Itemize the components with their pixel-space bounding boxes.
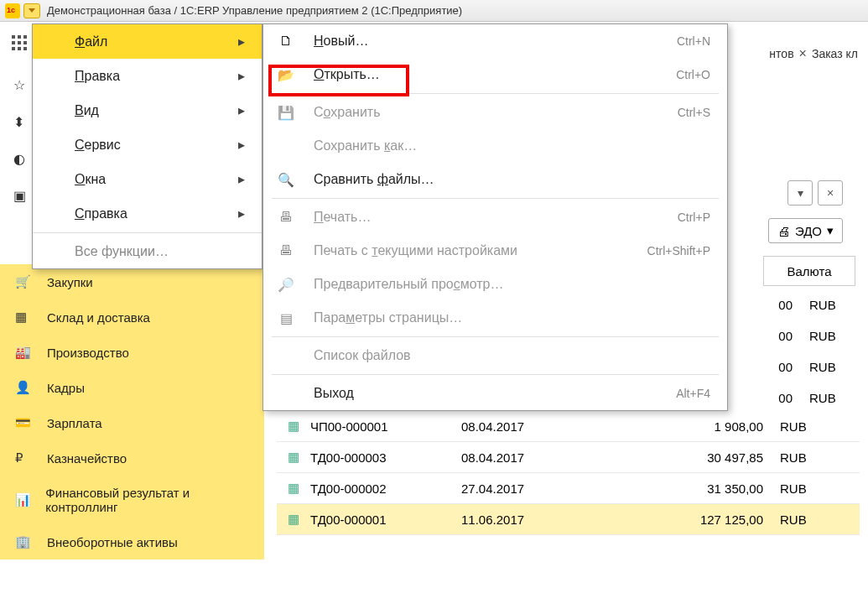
submenu-separator [272, 374, 719, 375]
submenu-arrow-icon: ▸ [238, 171, 245, 187]
submenu-separator [272, 336, 719, 337]
submenu-arrow-icon: ▸ [238, 102, 245, 118]
side-icon-4[interactable]: ▣ [13, 188, 30, 203]
assets-icon: 🏢 [15, 534, 34, 549]
titlebar: Демонстрационная база / 1C:ERP Управлени… [0, 0, 868, 22]
submenu-item-preview-icon: 🔎Предварительный просмотр… [263, 268, 727, 301]
print2-icon: 🖶 [275, 242, 297, 259]
window-title: Демонстрационная база / 1C:ERP Управлени… [47, 4, 462, 17]
submenu-item-save-icon: 💾СохранитьCtrl+S [263, 96, 727, 129]
menu-all-functions[interactable]: Все функции… [33, 235, 262, 268]
apps-grid-icon[interactable] [12, 35, 30, 54]
edo-icon: 🖨 [777, 224, 790, 238]
open-tabs: нтов × Заказ кл [769, 46, 858, 61]
sidebar-item-label: Финансовый результат и контроллинг [45, 486, 249, 514]
shortcut-key: Ctrl+N [677, 34, 710, 48]
side-quick-icons: ☆ ⬍ ◐ ▣ [13, 77, 30, 203]
chart-icon: 📊 [15, 492, 32, 507]
side-icon-1[interactable]: ☆ [13, 77, 30, 92]
table-header-currency[interactable]: Валюта [763, 256, 855, 286]
table-row[interactable]: ▦ТД00-00000227.04.201731 350,00RUB [277, 473, 860, 504]
submenu-item-Список файлов: Список файлов [263, 339, 727, 372]
chevron-down-icon: ▾ [827, 223, 834, 238]
submenu-item-Выход[interactable]: ВыходAlt+F4 [263, 377, 727, 410]
sidebar-item-label: Казначейство [47, 451, 127, 466]
app-logo-icon [5, 3, 20, 18]
open-folder-icon: 📂 [275, 66, 297, 83]
submenu-arrow-icon: ▸ [238, 34, 245, 49]
submenu-item-print2-icon: 🖶Печать с текущими настройкамиCtrl+Shift… [263, 234, 727, 268]
table-row[interactable]: ▦ТД00-00000308.04.201730 497,85RUB [277, 442, 860, 473]
sidebar-item-factory-icon[interactable]: 🏭Производство [0, 335, 264, 370]
menu1-item-Окна[interactable]: Окна▸ [33, 162, 262, 196]
sidebar-item-label: Кадры [47, 381, 85, 395]
save-icon: 💾 [275, 104, 297, 121]
print-icon: 🖶 [275, 209, 297, 226]
sidebar-item-label: Зарплата [47, 416, 102, 430]
menu1-item-Правка[interactable]: Правка▸ [33, 59, 262, 93]
table-row[interactable]: ▦ЧП00-00000108.04.20171 908,00RUB [277, 411, 860, 442]
submenu-item-Сохранить как…: Сохранить как… [263, 129, 727, 163]
shortcut-key: Ctrl+S [678, 106, 710, 119]
cart-icon: 🛒 [15, 274, 34, 289]
sidebar-item-card-icon[interactable]: 💳Зарплата [0, 405, 264, 440]
tab-close-button[interactable]: × [799, 46, 807, 61]
preview-icon: 🔎 [275, 276, 297, 293]
sidebar-item-person-icon[interactable]: 👤Кадры [0, 370, 264, 405]
sidebar-item-label: Внеоборотные активы [47, 535, 178, 549]
submenu-item-page-setup-icon: ▤Параметры страницы… [263, 301, 727, 335]
toolbar-btn-clear[interactable]: × [818, 180, 843, 206]
menu1-item-Вид[interactable]: Вид▸ [33, 93, 262, 127]
blank-icon [275, 138, 297, 154]
submenu-item-compare-icon[interactable]: 🔍Сравнить файлы… [263, 163, 727, 196]
submenu-item-open-folder-icon[interactable]: 📂Открыть…Ctrl+O [263, 58, 727, 91]
document-table: ▦ЧП00-00000108.04.20171 908,00RUB▦ТД00-0… [277, 411, 860, 535]
shortcut-key: Ctrl+O [676, 68, 710, 81]
document-icon: ▦ [277, 419, 310, 434]
sidebar-item-assets-icon[interactable]: 🏢Внеоборотные активы [0, 524, 264, 559]
toolbar-right-buttons: ▾ × [787, 180, 843, 206]
submenu-separator [272, 93, 719, 94]
main-menu-dropdown-button[interactable] [23, 3, 40, 18]
menu1-item-Сервис[interactable]: Сервис▸ [33, 127, 262, 162]
ruble-icon: ₽ [15, 450, 34, 466]
compare-icon: 🔍 [275, 171, 297, 188]
edo-button[interactable]: 🖨 ЭДО ▾ [768, 218, 843, 243]
side-icon-3[interactable]: ◐ [13, 151, 30, 166]
submenu-item-new-file-icon[interactable]: 🗋Новый…Ctrl+N [263, 24, 727, 58]
sidebar-item-cart-icon[interactable]: 🛒Закупки [0, 264, 264, 299]
toolbar-btn-dropdown[interactable]: ▾ [787, 180, 813, 206]
edo-label: ЭДО [795, 224, 822, 238]
sidebar-item-warehouse-icon[interactable]: ▦Склад и доставка [0, 299, 264, 335]
shortcut-key: Alt+F4 [676, 387, 710, 400]
new-file-icon: 🗋 [275, 33, 297, 49]
main-menu: Файл▸Правка▸Вид▸Сервис▸Окна▸Справка▸ Все… [32, 23, 262, 269]
card-icon: 💳 [15, 415, 34, 430]
sidebar: 🛒Закупки▦Склад и доставка🏭Производство👤К… [0, 264, 264, 559]
tab-partial-1[interactable]: нтов [769, 47, 793, 60]
menu1-item-Справка[interactable]: Справка▸ [33, 196, 262, 231]
shortcut-key: Ctrl+P [678, 211, 710, 224]
warehouse-icon: ▦ [15, 310, 34, 325]
tab-partial-2[interactable]: Заказ кл [812, 47, 858, 60]
document-icon: ▦ [277, 481, 310, 496]
page-setup-icon: ▤ [275, 310, 297, 326]
sidebar-item-label: Закупки [47, 275, 93, 289]
blank-icon [275, 347, 297, 364]
submenu-item-print-icon: 🖶Печать…Ctrl+P [263, 200, 727, 234]
side-icon-2[interactable]: ⬍ [13, 114, 30, 129]
submenu-arrow-icon: ▸ [238, 68, 245, 84]
person-icon: 👤 [15, 380, 34, 395]
factory-icon: 🏭 [15, 345, 34, 360]
sidebar-item-chart-icon[interactable]: 📊Финансовый результат и контроллинг [0, 476, 264, 524]
table-row[interactable]: ▦ТД00-00000111.06.2017127 125,00RUB [277, 504, 860, 535]
menu1-item-Файл[interactable]: Файл▸ [33, 24, 262, 59]
menu-separator [33, 232, 262, 233]
sidebar-item-ruble-icon[interactable]: ₽Казначейство [0, 440, 264, 476]
sidebar-item-label: Склад и доставка [47, 310, 150, 325]
file-submenu: 🗋Новый…Ctrl+N📂Открыть…Ctrl+O💾СохранитьCt… [262, 23, 728, 411]
submenu-separator [272, 198, 719, 199]
document-icon: ▦ [277, 512, 310, 527]
shortcut-key: Ctrl+Shift+P [647, 244, 710, 258]
submenu-arrow-icon: ▸ [238, 206, 245, 221]
